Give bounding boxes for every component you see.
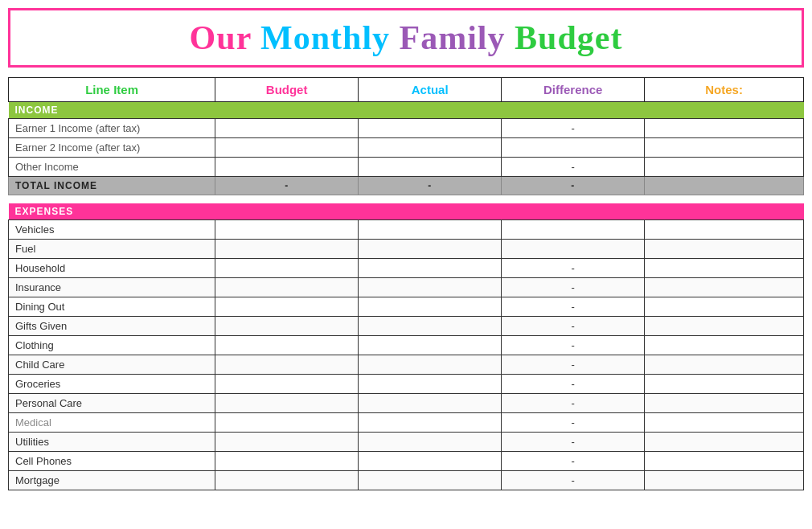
expense-vehicles-actual[interactable] <box>359 219 502 239</box>
header-budget: Budget <box>215 78 359 102</box>
expense-utilities-diff: - <box>502 432 645 451</box>
title-box: Our Monthly Family Budget <box>8 8 804 68</box>
expense-gifts-budget[interactable] <box>215 316 359 335</box>
income-row-2-actual[interactable] <box>359 138 502 158</box>
income-row-1-budget[interactable] <box>215 119 359 138</box>
expense-clothing-actual[interactable] <box>359 335 502 355</box>
expense-household-diff: - <box>502 258 645 277</box>
table-row: Groceries - <box>9 374 804 393</box>
expense-childcare-notes[interactable] <box>645 355 804 374</box>
income-row-3-budget[interactable] <box>215 158 359 177</box>
expense-utilities-notes[interactable] <box>645 432 804 451</box>
expense-insurance-budget[interactable] <box>215 277 359 297</box>
table-row: Vehicles <box>9 219 804 239</box>
expense-household-notes[interactable] <box>645 258 804 277</box>
expense-utilities-name: Utilities <box>9 432 215 451</box>
expense-fuel-name: Fuel <box>9 239 215 258</box>
expenses-section-header: EXPENSES <box>9 203 804 220</box>
expense-groceries-diff: - <box>502 374 645 393</box>
table-row: Personal Care - <box>9 393 804 412</box>
expense-mortgage-actual[interactable] <box>359 470 502 490</box>
expense-household-actual[interactable] <box>359 258 502 277</box>
expense-fuel-notes[interactable] <box>645 239 804 258</box>
expense-gifts-notes[interactable] <box>645 316 804 335</box>
expense-vehicles-name: Vehicles <box>9 219 215 239</box>
income-row-2-name: Earner 2 Income (after tax) <box>9 138 215 158</box>
expense-fuel-actual[interactable] <box>359 239 502 258</box>
income-row-1-notes[interactable] <box>645 119 804 138</box>
expense-dining-name: Dining Out <box>9 297 215 316</box>
spacer <box>9 195 804 203</box>
expense-clothing-diff: - <box>502 335 645 355</box>
expense-insurance-notes[interactable] <box>645 277 804 297</box>
expense-groceries-actual[interactable] <box>359 374 502 393</box>
expense-mortgage-notes[interactable] <box>645 470 804 490</box>
expenses-label: EXPENSES <box>9 203 804 220</box>
expense-gifts-actual[interactable] <box>359 316 502 335</box>
expense-groceries-notes[interactable] <box>645 374 804 393</box>
expense-personalcare-diff: - <box>502 393 645 412</box>
expense-insurance-actual[interactable] <box>359 277 502 297</box>
expense-cellphones-notes[interactable] <box>645 451 804 470</box>
income-row-2-budget[interactable] <box>215 138 359 158</box>
expense-gifts-name: Gifts Given <box>9 316 215 335</box>
total-income-budget: - <box>215 177 359 195</box>
income-row-2-diff <box>502 138 645 158</box>
table-row: Fuel <box>9 239 804 258</box>
total-income-label: TOTAL INCOME <box>9 177 215 195</box>
expense-childcare-diff: - <box>502 355 645 374</box>
expense-personalcare-budget[interactable] <box>215 393 359 412</box>
expense-utilities-budget[interactable] <box>215 432 359 451</box>
expense-dining-notes[interactable] <box>645 297 804 316</box>
expense-cellphones-budget[interactable] <box>215 451 359 470</box>
table-row: Insurance - <box>9 277 804 297</box>
table-row: Gifts Given - <box>9 316 804 335</box>
expense-dining-actual[interactable] <box>359 297 502 316</box>
table-row: Mortgage - <box>9 470 804 490</box>
expense-mortgage-diff: - <box>502 470 645 490</box>
expense-vehicles-notes[interactable] <box>645 219 804 239</box>
expense-childcare-actual[interactable] <box>359 355 502 374</box>
expense-household-budget[interactable] <box>215 258 359 277</box>
expense-dining-budget[interactable] <box>215 297 359 316</box>
expense-cellphones-diff: - <box>502 451 645 470</box>
expense-fuel-budget[interactable] <box>215 239 359 258</box>
expense-vehicles-budget[interactable] <box>215 219 359 239</box>
expense-medical-diff: - <box>502 412 645 432</box>
income-section-header: INCOME <box>9 102 804 119</box>
income-row-3-actual[interactable] <box>359 158 502 177</box>
expense-personalcare-notes[interactable] <box>645 393 804 412</box>
expense-vehicles-diff <box>502 219 645 239</box>
income-row-1-actual[interactable] <box>359 119 502 138</box>
total-income-actual: - <box>359 177 502 195</box>
expense-clothing-notes[interactable] <box>645 335 804 355</box>
expense-medical-actual[interactable] <box>359 412 502 432</box>
table-row: Medical - <box>9 412 804 432</box>
expense-clothing-budget[interactable] <box>215 335 359 355</box>
expense-insurance-diff: - <box>502 277 645 297</box>
income-row-3-name: Other Income <box>9 158 215 177</box>
expense-gifts-diff: - <box>502 316 645 335</box>
income-row-2-notes[interactable] <box>645 138 804 158</box>
table-row: Cell Phones - <box>9 451 804 470</box>
expense-household-name: Household <box>9 258 215 277</box>
expense-medical-budget[interactable] <box>215 412 359 432</box>
expense-mortgage-budget[interactable] <box>215 470 359 490</box>
expense-insurance-name: Insurance <box>9 277 215 297</box>
table-row: Clothing - <box>9 335 804 355</box>
expense-groceries-budget[interactable] <box>215 374 359 393</box>
expense-cellphones-actual[interactable] <box>359 451 502 470</box>
income-row-1-name: Earner 1 Income (after tax) <box>9 119 215 138</box>
expense-childcare-budget[interactable] <box>215 355 359 374</box>
expense-clothing-name: Clothing <box>9 335 215 355</box>
table-row: Dining Out - <box>9 297 804 316</box>
page-title: Our Monthly Family Budget <box>10 18 802 57</box>
expense-utilities-actual[interactable] <box>359 432 502 451</box>
income-row-3-notes[interactable] <box>645 158 804 177</box>
expense-medical-name: Medical <box>9 412 215 432</box>
expense-childcare-name: Child Care <box>9 355 215 374</box>
expense-personalcare-actual[interactable] <box>359 393 502 412</box>
expense-medical-notes[interactable] <box>645 412 804 432</box>
table-row: Earner 1 Income (after tax) - <box>9 119 804 138</box>
header-difference: Difference <box>502 78 645 102</box>
